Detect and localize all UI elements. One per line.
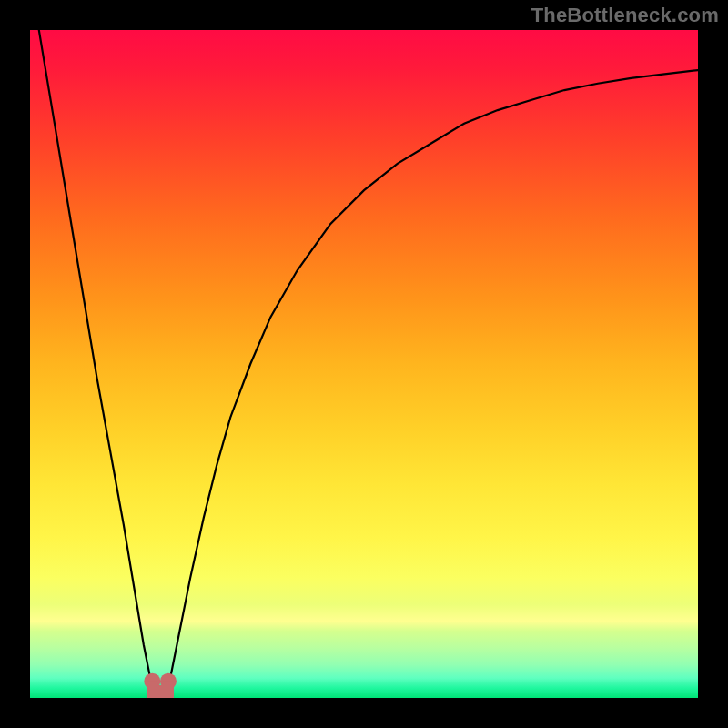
chart-plot-area	[30, 30, 698, 698]
marker-bridge	[147, 685, 174, 698]
chart-frame: TheBottleneck.com	[0, 0, 728, 728]
watermark-label: TheBottleneck.com	[531, 4, 719, 27]
bottleneck-curve-path	[30, 30, 698, 692]
chart-svg	[30, 30, 698, 698]
marker-group	[144, 673, 177, 698]
